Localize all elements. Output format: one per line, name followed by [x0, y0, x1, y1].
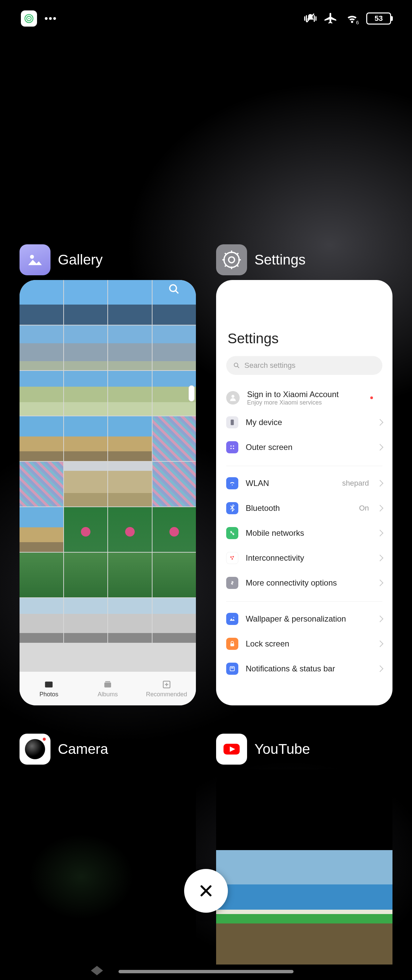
- photo-thumb[interactable]: [153, 462, 196, 506]
- svg-rect-8: [45, 681, 53, 687]
- svg-point-33: [232, 556, 234, 558]
- notifications-label: Notifications & status bar: [246, 664, 370, 673]
- close-all-button[interactable]: [184, 869, 228, 913]
- wallpaper-icon: [226, 613, 238, 625]
- home-indicator[interactable]: [118, 970, 294, 973]
- photo-thumb[interactable]: [64, 553, 108, 597]
- recent-tasks-grid: Gallery: [19, 243, 393, 964]
- chevron-right-icon: [377, 530, 383, 536]
- lock-screen-label: Lock screen: [246, 639, 370, 649]
- foreground-app-indicator[interactable]: [21, 10, 37, 27]
- photo-thumb[interactable]: [153, 598, 196, 643]
- gallery-bottom-tabs: Photos Albums Recommended: [19, 672, 196, 705]
- svg-line-23: [237, 253, 238, 255]
- svg-line-20: [225, 253, 226, 255]
- photo-thumb[interactable]: [153, 416, 196, 461]
- chevron-right-icon: [377, 555, 383, 562]
- close-icon: [198, 883, 214, 899]
- outer-screen-icon: [226, 441, 238, 453]
- photo-thumb[interactable]: [64, 507, 108, 552]
- wallpaper-label: Wallpaper & personalization: [246, 614, 370, 624]
- task-header-camera[interactable]: Camera: [19, 732, 196, 766]
- search-placeholder: Search settings: [244, 361, 296, 370]
- task-title-youtube: YouTube: [255, 741, 310, 757]
- interconnectivity-icon: [226, 552, 238, 564]
- more-connectivity-label: More connectivity options: [246, 578, 370, 588]
- more-indicator-icon: •••: [45, 13, 57, 24]
- tab-recommended[interactable]: Recommended: [137, 672, 196, 705]
- photo-thumb[interactable]: [64, 325, 108, 370]
- photo-thumb[interactable]: [64, 598, 108, 643]
- svg-point-26: [232, 395, 235, 398]
- photo-thumb[interactable]: [108, 462, 152, 506]
- tab-photos[interactable]: Photos: [19, 672, 78, 705]
- row-account[interactable]: Sign in to Xiaomi Account Enjoy more Xia…: [226, 386, 382, 410]
- photo-thumb[interactable]: [19, 507, 63, 552]
- my-device-label: My device: [246, 418, 370, 427]
- task-header-settings[interactable]: Settings: [216, 243, 393, 277]
- photo-thumb[interactable]: [19, 325, 63, 370]
- svg-point-30: [231, 448, 232, 449]
- chevron-right-icon: [377, 505, 383, 512]
- task-camera[interactable]: Camera: [19, 732, 196, 964]
- photo-thumb[interactable]: [153, 507, 196, 552]
- row-wlan[interactable]: WLAN shepard: [226, 471, 382, 496]
- task-title-gallery: Gallery: [58, 252, 103, 268]
- photo-thumb[interactable]: [108, 598, 152, 643]
- photo-thumb[interactable]: [108, 416, 152, 461]
- photo-thumb[interactable]: [108, 325, 152, 370]
- row-wallpaper[interactable]: Wallpaper & personalization: [226, 606, 382, 632]
- photo-thumb[interactable]: [108, 371, 152, 415]
- photo-thumb[interactable]: [108, 280, 152, 325]
- task-header-youtube[interactable]: YouTube: [216, 732, 393, 766]
- settings-preview-card[interactable]: Settings Search settings Sign in to Xiao…: [216, 280, 393, 705]
- row-notifications[interactable]: Notifications & status bar: [226, 656, 382, 681]
- photo-thumb[interactable]: [153, 553, 196, 597]
- task-gallery[interactable]: Gallery: [19, 243, 196, 705]
- task-header-gallery[interactable]: Gallery: [19, 243, 196, 277]
- svg-point-32: [230, 556, 232, 558]
- photo-thumb[interactable]: [108, 507, 152, 552]
- photo-thumb[interactable]: [108, 553, 152, 597]
- photo-thumb[interactable]: [153, 325, 196, 370]
- status-left: •••: [21, 10, 57, 27]
- photo-thumb[interactable]: [19, 462, 63, 506]
- svg-point-29: [233, 445, 234, 447]
- device-icon: [226, 416, 238, 428]
- photo-thumb[interactable]: [19, 416, 63, 461]
- photo-thumb[interactable]: [19, 371, 63, 415]
- photo-thumb[interactable]: [153, 371, 196, 415]
- photo-thumb[interactable]: [19, 553, 63, 597]
- row-my-device[interactable]: My device: [226, 410, 382, 435]
- svg-line-7: [176, 290, 179, 293]
- youtube-preview-card[interactable]: [216, 769, 393, 964]
- photo-thumb[interactable]: [19, 280, 63, 325]
- divider: [226, 601, 382, 602]
- row-more-connectivity[interactable]: More connectivity options: [226, 570, 382, 595]
- camera-preview-card[interactable]: [19, 769, 196, 964]
- recommended-icon: [162, 679, 172, 690]
- interconnectivity-label: Interconnectivity: [246, 553, 370, 563]
- photo-thumb[interactable]: [64, 371, 108, 415]
- svg-point-15: [229, 257, 235, 263]
- svg-point-6: [170, 285, 177, 291]
- task-youtube[interactable]: YouTube: [216, 732, 393, 964]
- row-bluetooth[interactable]: Bluetooth On: [226, 496, 382, 520]
- search-icon: [233, 362, 240, 369]
- row-mobile-networks[interactable]: Mobile networks: [226, 520, 382, 546]
- notification-dot-icon: [370, 396, 373, 399]
- photo-thumb[interactable]: [19, 598, 63, 643]
- settings-search[interactable]: Search settings: [226, 356, 382, 375]
- battery-indicator: 53: [366, 13, 391, 25]
- photo-thumb[interactable]: [153, 280, 196, 325]
- gallery-preview-card[interactable]: Photos Albums Recommended: [19, 280, 196, 705]
- photo-thumb[interactable]: [64, 280, 108, 325]
- search-icon[interactable]: [168, 283, 180, 295]
- row-outer-screen[interactable]: Outer screen: [226, 435, 382, 460]
- row-interconnectivity[interactable]: Interconnectivity: [226, 546, 382, 570]
- photo-thumb[interactable]: [64, 416, 108, 461]
- tab-albums[interactable]: Albums: [78, 672, 137, 705]
- photo-thumb[interactable]: [64, 462, 108, 506]
- task-settings[interactable]: Settings Settings Search settings Sign i…: [216, 243, 393, 705]
- row-lock-screen[interactable]: Lock screen: [226, 632, 382, 656]
